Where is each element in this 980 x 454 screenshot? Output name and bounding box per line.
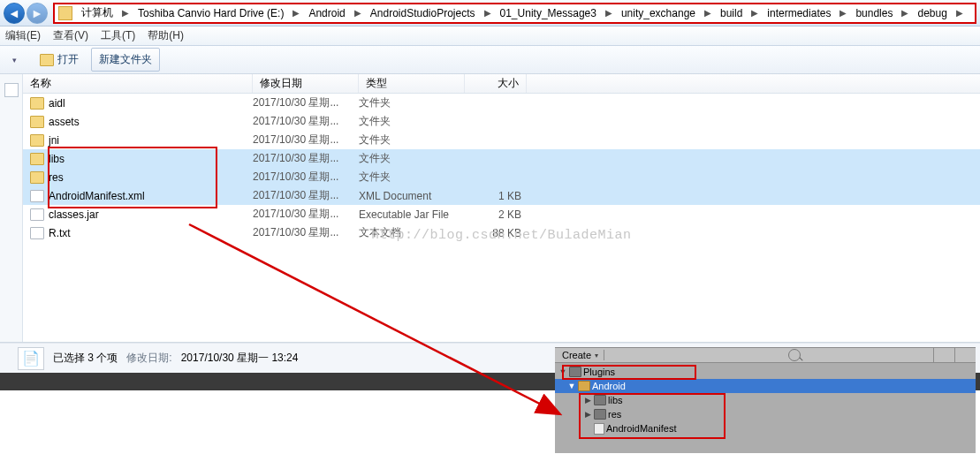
selection-icon: 📄 bbox=[18, 347, 44, 370]
breadcrumb-item[interactable]: AndroidStudioProjects bbox=[365, 4, 481, 22]
col-type[interactable]: 类型 bbox=[359, 74, 465, 93]
disclosure-triangle-icon[interactable]: ▼ bbox=[558, 367, 567, 376]
file-name: aidl bbox=[49, 97, 65, 110]
chevron-right-icon[interactable]: ▶ bbox=[289, 8, 303, 18]
search-icon[interactable] bbox=[788, 349, 801, 361]
col-type-label: 类型 bbox=[366, 76, 387, 91]
tree-res[interactable]: ▶ res bbox=[555, 407, 976, 421]
col-size-label: 大小 bbox=[498, 76, 519, 91]
hierarchy-tree: ▼ Plugins ▼ Android ▶ libs ▶ res Android… bbox=[555, 363, 976, 437]
breadcrumb-item[interactable]: 01_Unity_Message3 bbox=[495, 4, 602, 22]
breadcrumb-item[interactable]: bundles bbox=[850, 4, 898, 22]
menu-view[interactable]: 查看(V) bbox=[53, 28, 88, 43]
side-icon[interactable] bbox=[4, 83, 19, 97]
file-name: res bbox=[49, 171, 64, 184]
disclosure-triangle-icon[interactable]: ▶ bbox=[583, 410, 592, 419]
col-name[interactable]: 名称 bbox=[23, 74, 253, 93]
toolbar: 打开 新建文件夹 bbox=[0, 46, 980, 74]
file-icon bbox=[30, 190, 44, 202]
folder-icon bbox=[569, 367, 581, 377]
file-size: 1 KB bbox=[465, 190, 527, 202]
lock-icon[interactable] bbox=[954, 348, 976, 362]
breadcrumb[interactable]: 计算机 ▶ Toshiba Canvio Hard Drive (E:)▶And… bbox=[53, 3, 976, 24]
table-row[interactable]: assets2017/10/30 星期...文件夹 bbox=[23, 112, 980, 131]
breadcrumb-root[interactable]: 计算机 bbox=[76, 4, 118, 22]
new-folder-label: 新建文件夹 bbox=[99, 52, 152, 67]
table-row[interactable]: AndroidManifest.xml2017/10/30 星期...XML D… bbox=[23, 186, 980, 205]
file-name: assets bbox=[49, 116, 80, 128]
file-date: 2017/10/30 星期... bbox=[253, 132, 359, 148]
chevron-right-icon[interactable]: ▶ bbox=[602, 8, 616, 18]
col-date[interactable]: 修改日期 bbox=[253, 74, 359, 93]
table-row[interactable]: aidl2017/10/30 星期...文件夹 bbox=[23, 94, 980, 112]
favorite-icon[interactable] bbox=[933, 348, 954, 362]
open-label: 打开 bbox=[57, 52, 79, 67]
chevron-right-icon[interactable]: ▶ bbox=[351, 8, 365, 18]
rows: aidl2017/10/30 星期...文件夹assets2017/10/30 … bbox=[23, 94, 980, 342]
file-name: AndroidManifest.xml bbox=[49, 190, 145, 202]
column-headers: 名称 修改日期 类型 大小 bbox=[23, 74, 980, 94]
table-row[interactable]: res2017/10/30 星期...文件夹 bbox=[23, 168, 980, 186]
status-count: 已选择 3 个项 bbox=[53, 351, 118, 366]
tree-manifest[interactable]: AndroidManifest bbox=[555, 421, 976, 435]
chevron-right-icon[interactable]: ▶ bbox=[748, 8, 762, 18]
create-button[interactable]: Create bbox=[555, 350, 604, 360]
tree-libs[interactable]: ▶ libs bbox=[555, 393, 976, 407]
table-row[interactable]: jni2017/10/30 星期...文件夹 bbox=[23, 131, 980, 149]
menu-bar: 编辑(E) 查看(V) 工具(T) 帮助(H) bbox=[0, 26, 980, 46]
side-strip bbox=[0, 74, 23, 342]
address-bar: ◄ ► 计算机 ▶ Toshiba Canvio Hard Drive (E:)… bbox=[0, 0, 980, 26]
file-type: 文件夹 bbox=[359, 170, 465, 185]
folder-icon bbox=[30, 171, 44, 184]
breadcrumb-item[interactable]: Toshiba Canvio Hard Drive (E:) bbox=[133, 4, 289, 22]
unity-tool-icon[interactable] bbox=[607, 348, 621, 362]
computer-icon bbox=[58, 6, 72, 20]
open-button[interactable]: 打开 bbox=[33, 49, 86, 71]
forward-button[interactable]: ► bbox=[27, 3, 48, 24]
folder-icon bbox=[594, 395, 606, 405]
chevron-right-icon[interactable]: ▶ bbox=[481, 8, 495, 18]
disclosure-triangle-icon[interactable]: ▶ bbox=[583, 396, 592, 405]
back-button[interactable]: ◄ bbox=[4, 3, 25, 24]
chevron-right-icon[interactable]: ▶ bbox=[953, 8, 967, 18]
menu-help[interactable]: 帮助(H) bbox=[148, 28, 184, 43]
menu-tools[interactable]: 工具(T) bbox=[101, 28, 135, 43]
tree-plugins[interactable]: ▼ Plugins bbox=[555, 365, 976, 379]
folder-icon bbox=[30, 153, 44, 165]
folder-icon bbox=[578, 381, 590, 391]
chevron-right-icon[interactable]: ▶ bbox=[701, 8, 715, 18]
new-folder-button[interactable]: 新建文件夹 bbox=[91, 48, 160, 72]
table-row[interactable]: libs2017/10/30 星期...文件夹 bbox=[23, 149, 980, 168]
file-date: 2017/10/30 星期... bbox=[253, 95, 359, 110]
chevron-right-icon[interactable]: ▶ bbox=[118, 8, 133, 18]
breadcrumb-item[interactable]: build bbox=[715, 4, 748, 22]
file-name: R.txt bbox=[49, 227, 71, 239]
breadcrumb-root-label: 计算机 bbox=[81, 5, 113, 20]
breadcrumb-item[interactable]: intermediates bbox=[762, 4, 836, 22]
file-type: 文件夹 bbox=[359, 114, 465, 129]
txt-icon bbox=[30, 227, 44, 239]
file-type: 文件夹 bbox=[359, 151, 465, 166]
tree-libs-label: libs bbox=[608, 395, 623, 405]
chevron-right-icon[interactable]: ▶ bbox=[836, 8, 850, 18]
disclosure-triangle-icon[interactable]: ▼ bbox=[567, 382, 576, 390]
file-type: 文件夹 bbox=[359, 95, 465, 110]
breadcrumb-item[interactable]: Android bbox=[303, 4, 350, 22]
tree-android[interactable]: ▼ Android bbox=[555, 379, 976, 393]
status-value: 2017/10/30 星期一 13:24 bbox=[181, 351, 299, 366]
chevron-right-icon[interactable]: ▶ bbox=[898, 8, 912, 18]
folder-icon bbox=[30, 134, 44, 147]
tree-plugins-label: Plugins bbox=[583, 367, 615, 377]
jar-icon bbox=[30, 208, 44, 221]
breadcrumb-item[interactable]: unity_exchange bbox=[616, 4, 701, 22]
table-row[interactable]: classes.jar2017/10/30 星期...Executable Ja… bbox=[23, 205, 980, 223]
organize-dropdown[interactable] bbox=[2, 50, 27, 70]
col-date-label: 修改日期 bbox=[260, 76, 302, 91]
breadcrumb-item[interactable]: debug bbox=[912, 4, 952, 22]
col-size[interactable]: 大小 bbox=[465, 74, 527, 93]
file-icon bbox=[594, 423, 604, 435]
folder-icon bbox=[594, 409, 606, 420]
file-list: 名称 修改日期 类型 大小 aidl2017/10/30 星期...文件夹ass… bbox=[23, 74, 980, 342]
file-type: Executable Jar File bbox=[359, 208, 465, 221]
menu-edit[interactable]: 编辑(E) bbox=[5, 28, 41, 43]
